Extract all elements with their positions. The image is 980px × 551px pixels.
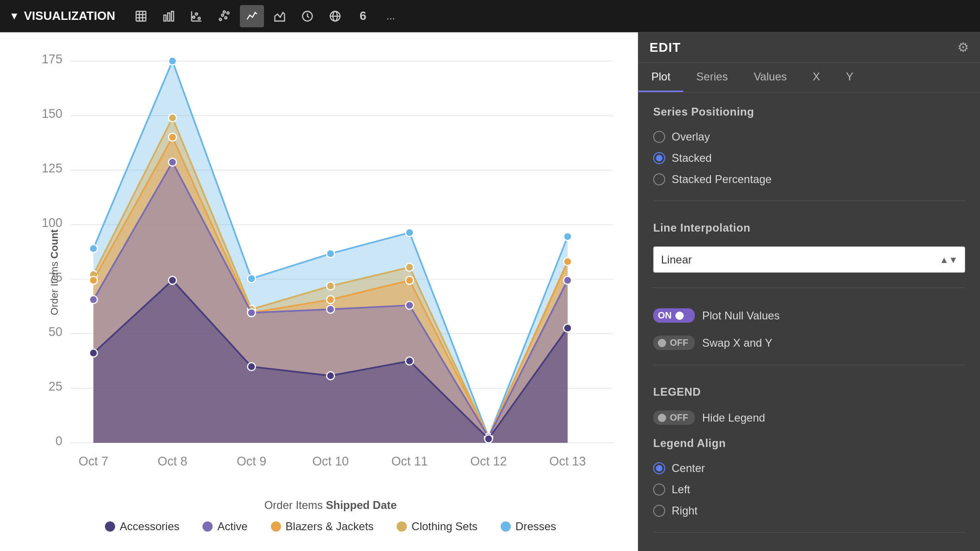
radio-align-right-label: Right: [672, 504, 698, 517]
svg-point-51: [90, 245, 98, 252]
svg-rect-5: [164, 15, 166, 21]
svg-text:100: 100: [42, 216, 62, 230]
globe-icon[interactable]: [323, 5, 347, 27]
svg-point-12: [198, 17, 201, 19]
svg-text:175: 175: [42, 52, 62, 66]
panel-content: Series Positioning Overlay Stacked: [638, 92, 980, 551]
radio-overlay-circle: [653, 131, 665, 143]
bar-chart-icon[interactable]: [157, 5, 181, 27]
tab-x[interactable]: X: [800, 63, 833, 92]
divider-2: [653, 288, 965, 288]
svg-point-85: [564, 324, 571, 332]
visualization-title: ▼ VISUALIZATION: [9, 9, 115, 23]
svg-point-52: [169, 57, 177, 65]
svg-point-66: [169, 133, 177, 141]
svg-point-54: [326, 250, 334, 257]
number-icon[interactable]: 6: [351, 5, 375, 27]
svg-text:25: 25: [49, 380, 62, 393]
more-icon[interactable]: ...: [379, 5, 403, 27]
chart-container: Order Items Count 0 25 50 75 100 125 15: [37, 51, 624, 494]
clock-icon[interactable]: [295, 5, 319, 27]
legend-align-options: Center Left Right: [653, 462, 965, 517]
line-chart-icon[interactable]: [240, 5, 264, 27]
radio-align-right[interactable]: Right: [653, 504, 965, 517]
svg-point-74: [247, 309, 255, 317]
chart-area: Order Items Count 0 25 50 75 100 125 15: [0, 32, 638, 551]
line-interpolation-dropdown: Linear Step Smooth ▲▼: [653, 246, 965, 273]
legend-dresses: Dresses: [501, 520, 556, 533]
legend-label-accessories: Accessories: [120, 520, 179, 533]
panel-tabs: Plot Series Values X Y: [638, 63, 980, 92]
radio-stacked[interactable]: Stacked: [653, 152, 965, 165]
right-panel: EDIT ⚙ Plot Series Values X Y Series Pos…: [638, 32, 980, 551]
area-chart-icon[interactable]: [268, 5, 292, 27]
svg-point-11: [196, 13, 198, 15]
svg-point-78: [564, 276, 571, 284]
panel-header: EDIT ⚙: [638, 32, 980, 63]
hide-legend-toggle[interactable]: OFF: [653, 410, 695, 425]
main-layout: Order Items Count 0 25 50 75 100 125 15: [0, 32, 980, 551]
toolbar-icons: 6 ...: [129, 5, 403, 27]
svg-rect-0: [136, 11, 146, 21]
svg-text:Oct 7: Oct 7: [79, 454, 108, 468]
radio-align-left-label: Left: [672, 483, 690, 496]
hide-legend-toggle-row: OFF Hide Legend: [653, 410, 965, 425]
tab-y[interactable]: Y: [833, 63, 866, 92]
svg-point-68: [326, 296, 334, 304]
top-bar: ▼ VISUALIZATION: [0, 0, 980, 32]
svg-point-14: [221, 14, 224, 16]
radio-align-center-inner: [656, 465, 662, 471]
swap-xy-toggle-row: OFF Swap X and Y: [653, 336, 965, 350]
svg-text:150: 150: [42, 107, 62, 121]
legend-label-clothing-sets: Clothing Sets: [411, 520, 478, 533]
tab-series[interactable]: Series: [683, 63, 741, 92]
divider-3: [653, 365, 965, 365]
settings-button[interactable]: ⚙: [957, 40, 969, 55]
radio-align-right-circle: [653, 505, 665, 517]
table-icon[interactable]: [129, 5, 153, 27]
dot-chart-icon[interactable]: [212, 5, 236, 27]
chevron-down-icon: ▼: [9, 10, 19, 22]
svg-text:Oct 12: Oct 12: [470, 454, 507, 468]
chart-legend: Accessories Active Blazers & Jackets Clo…: [37, 520, 624, 533]
swap-xy-off-label: OFF: [670, 337, 688, 348]
series-positioning-section: Series Positioning Overlay Stacked: [653, 105, 965, 186]
radio-align-center-label: Center: [672, 462, 705, 475]
radio-overlay-label: Overlay: [672, 130, 710, 143]
swap-xy-toggle[interactable]: OFF: [653, 336, 695, 350]
svg-point-69: [405, 276, 413, 284]
legend-label-blazers: Blazers & Jackets: [286, 520, 374, 533]
swap-xy-dot: [658, 339, 666, 347]
line-interpolation-select[interactable]: Linear Step Smooth: [653, 246, 965, 273]
tab-values[interactable]: Values: [741, 63, 800, 92]
svg-text:125: 125: [42, 161, 62, 175]
legend-label-dresses: Dresses: [515, 520, 556, 533]
plot-null-toggle[interactable]: ON: [653, 308, 695, 323]
svg-point-65: [90, 276, 98, 284]
radio-stacked-pct[interactable]: Stacked Percentage: [653, 173, 965, 186]
y-axis-label: Order Items Count: [49, 229, 61, 315]
radio-overlay[interactable]: Overlay: [653, 130, 965, 143]
legend-dot-accessories: [105, 521, 115, 532]
svg-text:0: 0: [55, 434, 62, 448]
legend-dot-dresses: [501, 521, 511, 532]
plot-null-toggle-row: ON Plot Null Values: [653, 308, 965, 323]
divider-4: [653, 532, 965, 533]
radio-align-center[interactable]: Center: [653, 462, 965, 475]
radio-stacked-inner: [656, 155, 662, 161]
svg-text:Oct 9: Oct 9: [237, 454, 266, 468]
scatter-icon[interactable]: [184, 5, 208, 27]
tab-plot[interactable]: Plot: [638, 63, 683, 92]
svg-point-10: [193, 16, 195, 18]
radio-align-left[interactable]: Left: [653, 483, 965, 496]
svg-point-53: [247, 275, 255, 282]
svg-point-72: [90, 296, 98, 304]
hide-legend-off-label: OFF: [670, 412, 688, 423]
plot-null-dot: [675, 312, 684, 320]
plot-null-on-label: ON: [658, 310, 672, 321]
legend-dot-blazers: [271, 521, 281, 532]
legend-dot-clothing-sets: [397, 521, 407, 532]
radio-stacked-pct-label: Stacked Percentage: [672, 173, 772, 186]
legend-dot-active: [202, 521, 213, 532]
legend-section: LEGEND OFF Hide Legend Legend Align: [653, 386, 965, 517]
